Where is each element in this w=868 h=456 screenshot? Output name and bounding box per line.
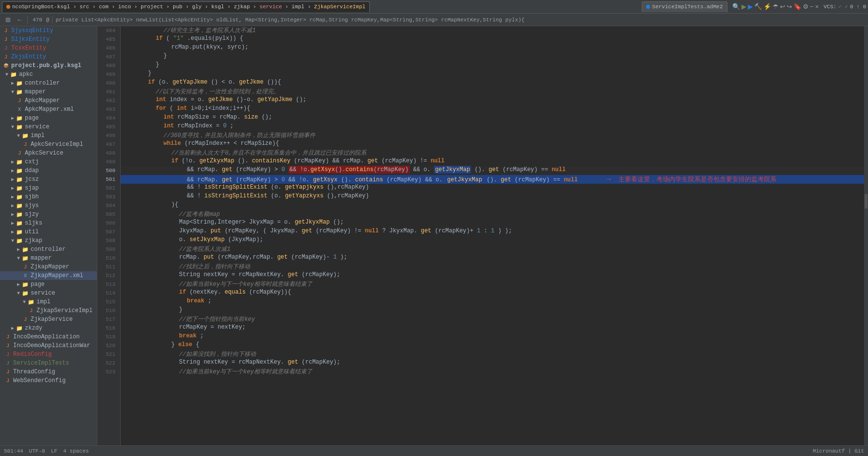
tree-item-zjkap-page[interactable]: ▶ 📁 page (0, 280, 97, 289)
expand-arrow: ▶ (10, 168, 16, 174)
tree-item-controller[interactable]: ▶ 📁 controller (0, 79, 97, 88)
folder-icon: 📁 (16, 237, 23, 245)
line-num: 518 (104, 325, 118, 331)
minimize-button[interactable]: − (810, 3, 814, 10)
code-text: break ; (125, 333, 203, 339)
navigate-back-button[interactable]: ← (15, 15, 24, 25)
redo-button[interactable]: ↪ (787, 3, 792, 10)
tree-item-page[interactable]: ▶ 📁 page (0, 114, 97, 123)
right-scroll-panel[interactable] (864, 26, 868, 445)
code-text: Map<String,Integer> JkyxMap = o. getJkyx… (125, 219, 344, 226)
folder-icon: 📁 (10, 70, 18, 78)
expand-arrow: ▶ (16, 281, 21, 287)
line-num-row: 503 (97, 193, 120, 201)
line-num: 503 (104, 194, 118, 200)
tree-item-sljks-folder[interactable]: ▶ 📁 sljks (0, 219, 97, 228)
line-numbers: 484 485 486 487 488 489 490 491 492 493 … (97, 26, 120, 376)
tree-item-websender-config[interactable]: J WebSenderConfig (0, 376, 97, 385)
run-button[interactable]: ▶ (741, 3, 746, 10)
coverage-button[interactable]: ☂ (773, 3, 778, 10)
tree-item-sjap[interactable]: ▶ 📁 sjap (0, 184, 97, 193)
line-num-row: 521 (97, 350, 120, 359)
bookmark-button[interactable]: 🔖 (794, 3, 801, 10)
tree-item-mapper[interactable]: ▼ 📁 mapper (0, 88, 97, 96)
tree-item-zjkap-service[interactable]: ▼ 📁 service (0, 289, 97, 298)
tree-item-ddap[interactable]: ▶ 📁 ddap (0, 166, 97, 175)
tree-item-thread-config[interactable]: J ThreadConfig (0, 368, 97, 376)
code-line-523: //如果当前key与下一个key相等时就意味着结束了 (121, 368, 864, 376)
tree-item-zjkap[interactable]: ▼ 📁 zjkap (0, 236, 97, 245)
profile-button[interactable]: ⚡ (763, 3, 771, 10)
tree-item-sjyssq[interactable]: J SjyssqEntity (0, 26, 97, 35)
xml-file-icon: X (21, 272, 29, 280)
build-button[interactable]: 🔨 (754, 3, 762, 10)
line-num: 486 (104, 45, 118, 51)
tree-label: sjap (25, 185, 39, 192)
search-run-button[interactable]: 🔍 (732, 3, 740, 10)
tree-item-zjkap-mapper[interactable]: ▼ 📁 mapper (0, 254, 97, 263)
java-file-icon: J (2, 44, 10, 52)
project-sidebar: J SjyssqEntity J SljksEntity J TcxxEntit… (0, 26, 97, 445)
line-num: 491 (104, 89, 118, 95)
line-num-row: 509 (97, 245, 120, 254)
tree-item-sjbh[interactable]: ▶ 📁 sjbh (0, 193, 97, 201)
line-num-row: 498 (97, 149, 120, 158)
line-num-row: 488 (97, 61, 120, 70)
structure-button[interactable]: ⊞ (3, 15, 13, 25)
tree-item-jcsz[interactable]: ▶ 📁 jcsz (0, 175, 97, 184)
tree-item-apkc-service-impl[interactable]: J ApkcServiceImpl (0, 140, 97, 149)
code-lines[interactable]: //研究生主考，监考院系人次不减1 if ( "1" .equals(pylx)… (121, 26, 864, 445)
tree-item-zkjs[interactable]: J ZkjsEntity (0, 53, 97, 61)
file-type-indicator (6, 5, 10, 9)
tree-item-cxtj[interactable]: ▶ 📁 cxtj (0, 158, 97, 166)
tree-item-sljks[interactable]: J SljksEntity (0, 35, 97, 44)
tree-item-apkc-service[interactable]: J ApkcService (0, 149, 97, 158)
tree-item-service-impl-tests[interactable]: J ServiceImplTests (0, 359, 97, 368)
tree-item-apkc-mapper[interactable]: J ApkcMapper (0, 96, 97, 105)
tree-item-zjkap-mapper-xml[interactable]: X ZjkapMapper.xml (0, 271, 97, 280)
tree-item-sjys[interactable]: ▶ 📁 sjys (0, 201, 97, 210)
active-file-tab[interactable]: ncoSpringBoot-ksgl › src › com › inco › … (2, 1, 370, 12)
tree-item-impl[interactable]: ▼ 📁 impl (0, 131, 97, 140)
tree-item-inco-demo-app[interactable]: J IncoDemoApplication (0, 333, 97, 341)
debug-button[interactable]: ▶ (748, 3, 753, 10)
package-icon: 📦 (2, 62, 10, 70)
line-num: 512 (104, 273, 118, 279)
settings-button[interactable]: ⚙ (803, 3, 809, 10)
tree-item-zjkap-mapper-java[interactable]: J ZjkapMapper (0, 263, 97, 271)
tree-item-service[interactable]: ▼ 📁 service (0, 123, 97, 131)
tree-item-zjkap-service-impl[interactable]: J ZjkapServiceImpl (0, 306, 97, 315)
line-col-indicator: 501:44 (4, 448, 23, 454)
tree-label: sljks (25, 220, 42, 227)
tree-item-sjzy[interactable]: ▶ 📁 sjzy (0, 210, 97, 219)
java-file-icon: J (16, 97, 23, 105)
tree-item-zjkap-controller[interactable]: ▶ 📁 controller (0, 245, 97, 254)
line-num: 511 (104, 264, 118, 270)
line-num-row: 511 (97, 263, 120, 271)
tree-item-zjkap-service-java[interactable]: J ZjkapService (0, 315, 97, 324)
scroll-thumb[interactable] (865, 194, 868, 209)
tree-item-redis-config[interactable]: J RedisConfig (0, 350, 97, 359)
close-button[interactable]: × (815, 3, 819, 10)
undo-button[interactable]: ↩ (780, 3, 785, 10)
java-file-icon: J (2, 27, 10, 35)
code-text: } else { (125, 341, 199, 348)
tree-item-util[interactable]: ▶ 📁 util (0, 228, 97, 236)
line-num: 499 (104, 159, 118, 165)
tree-label: sjys (25, 202, 39, 209)
code-line-490: if (o. getYapJkme () < o. getJkme ()){ (121, 79, 864, 88)
folder-icon: 📁 (16, 123, 23, 131)
folder-icon: 📁 (21, 289, 29, 297)
tree-item-zkzdy[interactable]: ▶ 📁 zkzdy (0, 324, 97, 333)
tree-item-zjkap-impl[interactable]: ▼ 📁 impl (0, 298, 97, 306)
tree-item-apkc-mapper-xml[interactable]: X ApkcMapper.xml (0, 105, 97, 114)
second-file-tab[interactable]: ServiceImplTests.adMe2 (642, 1, 727, 12)
tree-item-package[interactable]: 📦 project.pub.gly.ksgl (0, 61, 97, 70)
tree-label: page (25, 115, 39, 122)
tree-item-tcxx[interactable]: J TcxxEntity (0, 44, 97, 53)
tree-item-inco-demo-war[interactable]: J IncoDemoApplicationWar (0, 341, 97, 350)
git-status: Micronautf | Git (813, 448, 864, 454)
tree-item-apkc[interactable]: ▼ 📁 apkc (0, 70, 97, 79)
folder-icon: 📁 (21, 281, 29, 288)
at-symbol: @ (46, 17, 50, 23)
